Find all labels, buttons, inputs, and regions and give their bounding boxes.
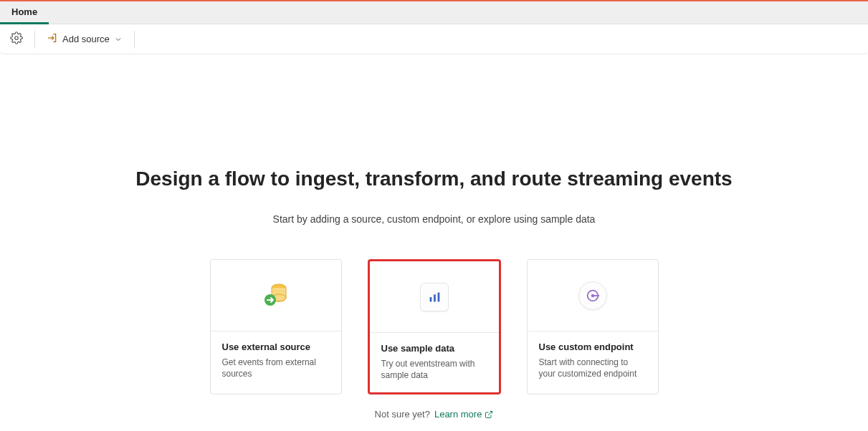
card-desc: Try out eventstream with sample data <box>381 358 487 381</box>
database-arrow-icon <box>259 277 293 314</box>
toolbar-separator <box>34 31 35 48</box>
enter-arrow-icon <box>47 32 58 46</box>
card-use-custom-endpoint[interactable]: Use custom endpoint Start with connectin… <box>527 259 659 394</box>
endpoint-icon <box>578 281 607 310</box>
svg-rect-4 <box>429 297 431 301</box>
page-headline: Design a flow to ingest, transform, and … <box>135 168 732 190</box>
add-source-label: Add source <box>62 34 110 44</box>
svg-rect-5 <box>434 294 436 301</box>
card-illustration <box>211 260 341 331</box>
chevron-down-icon <box>114 35 123 44</box>
card-title: Use external source <box>222 342 330 352</box>
learn-more-label: Learn more <box>434 409 482 420</box>
external-link-icon <box>485 410 493 419</box>
footer-line: Not sure yet? Learn more <box>375 409 494 420</box>
card-illustration <box>370 261 499 333</box>
card-desc: Start with connecting to your customized… <box>539 357 647 379</box>
bar-chart-icon <box>420 283 449 311</box>
page-subhead: Start by adding a source, custom endpoin… <box>273 213 596 225</box>
tab-home[interactable]: Home <box>0 1 49 24</box>
card-use-external-source[interactable]: Use external source Get events from exte… <box>210 259 342 394</box>
svg-point-0 <box>15 37 19 40</box>
card-use-sample-data[interactable]: Use sample data Try out eventstream with… <box>368 259 501 394</box>
card-title: Use custom endpoint <box>539 342 647 352</box>
card-desc: Get events from external sources <box>222 357 330 379</box>
svg-line-9 <box>488 411 492 415</box>
ribbon-tabs: Home <box>0 0 868 24</box>
add-source-button[interactable]: Add source <box>39 28 130 51</box>
learn-more-link[interactable]: Learn more <box>434 409 493 420</box>
toolbar-separator <box>134 31 135 48</box>
svg-rect-6 <box>437 292 439 301</box>
settings-button[interactable] <box>3 28 30 51</box>
card-title: Use sample data <box>381 343 487 354</box>
main: Design a flow to ingest, transform, and … <box>0 54 868 420</box>
toolbar: Add source <box>0 24 868 54</box>
gear-icon <box>10 32 23 47</box>
card-row: Use external source Get events from exte… <box>210 259 659 394</box>
card-illustration <box>528 260 658 331</box>
not-sure-text: Not sure yet? <box>375 409 430 420</box>
